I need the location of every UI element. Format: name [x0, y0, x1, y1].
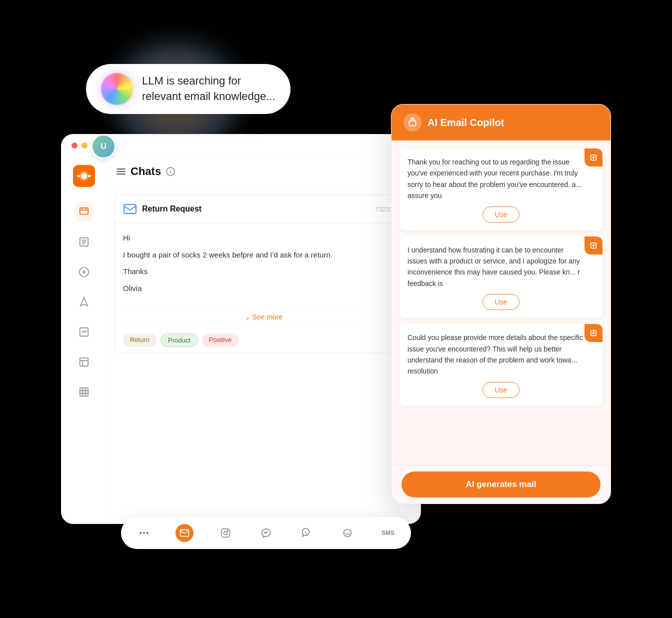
svg-rect-9	[80, 388, 88, 396]
svg-point-16	[224, 532, 227, 535]
app-logo	[73, 165, 95, 187]
tag-return: Return	[123, 334, 156, 347]
hamburger-icon	[116, 168, 126, 174]
svg-point-12	[144, 532, 145, 534]
sidebar-item-grid[interactable]	[74, 382, 94, 402]
svg-point-13	[146, 532, 148, 534]
suggestion-text-3: Could you please provide more details ab…	[408, 332, 594, 377]
email-card: Return Request 73223978 Hi I bought a pa…	[114, 194, 412, 354]
llm-search-text: LLM is searching for relevant email know…	[142, 74, 276, 104]
svg-rect-8	[80, 358, 88, 366]
chats-title: Chats	[130, 165, 161, 178]
ai-copilot-panel: AI Email Copilot Thank you for reaching …	[391, 104, 611, 504]
sidebar-item-analytics[interactable]	[74, 322, 94, 342]
use-button-1[interactable]: Use	[482, 206, 520, 222]
svg-rect-15	[221, 529, 230, 538]
ai-generate-mail-button[interactable]: AI generates mail	[402, 472, 600, 498]
copilot-bot-icon	[404, 114, 422, 132]
email-closing: Thanks	[123, 265, 404, 278]
sidebar-item-archive[interactable]	[74, 262, 94, 282]
app-sidebar	[62, 157, 106, 520]
suggestion-corner-icon-2	[584, 236, 602, 254]
sidebar-item-navigation[interactable]	[74, 292, 94, 312]
email-envelope-icon	[123, 202, 137, 216]
channel-chat-icon[interactable]	[135, 524, 153, 542]
svg-rect-5	[80, 208, 88, 214]
channel-email-icon[interactable]	[176, 524, 194, 542]
svg-point-2	[81, 173, 87, 179]
email-body: Hi I bought a pair of socks 2 weeks befp…	[115, 224, 412, 306]
suggestion-corner-icon-3	[584, 324, 602, 342]
tags-row: Return Product Positive	[115, 327, 412, 353]
tag-product: Product	[160, 334, 198, 347]
see-more-button[interactable]: ⌄ See more	[115, 306, 412, 327]
channel-instagram-icon[interactable]	[216, 524, 234, 542]
channel-messenger-icon[interactable]	[257, 524, 275, 542]
channel-amazon-icon[interactable]	[338, 524, 356, 542]
copilot-title: AI Email Copilot	[428, 117, 504, 128]
email-content: I bought a pair of socks 2 weeks befpre …	[123, 248, 404, 262]
svg-point-11	[140, 532, 142, 534]
svg-rect-4	[88, 175, 91, 177]
email-header: Return Request 73223978	[115, 195, 412, 224]
use-button-3[interactable]: Use	[482, 382, 520, 398]
svg-rect-19	[409, 121, 416, 126]
email-greeting: Hi	[123, 232, 404, 244]
suggestion-text-1: Thank you for reaching out to us regardi…	[408, 156, 594, 202]
user-avatar: U	[91, 134, 116, 159]
sidebar-item-chats[interactable]	[74, 202, 94, 222]
svg-point-17	[227, 530, 228, 532]
suggestion-card-3: Could you please provide more details ab…	[400, 324, 602, 406]
main-panel: Chats i Return Request 73223978 Hi	[106, 157, 420, 520]
suggestion-card-1: Thank you for reaching out to us regardi…	[400, 148, 602, 230]
svg-point-18	[344, 530, 351, 537]
suggestion-corner-icon-1	[584, 148, 602, 166]
copilot-header: AI Email Copilot	[392, 104, 610, 140]
suggestion-text-2: I understand how frustrating it can be t…	[408, 244, 594, 290]
svg-rect-3	[77, 175, 80, 177]
suggestion-card-2: I understand how frustrating it can be t…	[400, 236, 602, 318]
copilot-suggestions: Thank you for reaching out to us regardi…	[392, 140, 610, 474]
channel-whatsapp-icon[interactable]	[298, 524, 316, 542]
llm-search-bubble: LLM is searching for relevant email know…	[86, 64, 290, 114]
llm-orb-icon	[101, 73, 133, 105]
channel-bar: SMS	[121, 517, 411, 549]
chats-header: Chats i	[106, 157, 420, 186]
use-button-2[interactable]: Use	[482, 294, 520, 310]
sidebar-item-layout[interactable]	[74, 352, 94, 372]
user-avatar-area: U	[91, 134, 116, 159]
tag-positive: Positive	[202, 334, 239, 347]
chat-window: Chats i Return Request 73223978 Hi	[61, 134, 421, 524]
channel-sms-icon[interactable]: SMS	[379, 524, 397, 542]
close-dot[interactable]	[72, 142, 78, 148]
sidebar-item-notes[interactable]	[74, 232, 94, 252]
minimize-dot[interactable]	[82, 142, 88, 148]
email-subject: Return Request	[142, 204, 370, 214]
copilot-footer: AI generates mail	[392, 465, 610, 504]
email-signature: Olivia	[123, 282, 404, 295]
svg-rect-10	[124, 204, 136, 214]
info-icon[interactable]: i	[166, 167, 175, 176]
